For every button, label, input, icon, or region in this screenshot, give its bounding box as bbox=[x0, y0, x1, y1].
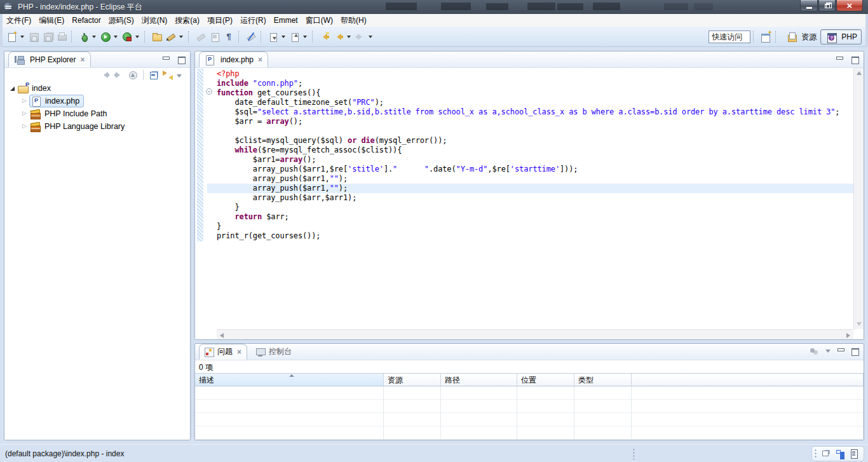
minimize-problems-icon[interactable] bbox=[837, 348, 844, 355]
dropdown-arrow-icon[interactable] bbox=[347, 36, 351, 40]
code-line[interactable]: while($re=mysql_fetch_assoc($clist)){ bbox=[195, 146, 853, 155]
collapsed-arrow-icon[interactable] bbox=[22, 98, 29, 105]
code-editor[interactable]: <?phpinclude "conn.php";function get_cou… bbox=[195, 68, 864, 339]
php-perspective-button[interactable]: PHP bbox=[820, 29, 862, 44]
view-menu-icon[interactable] bbox=[825, 350, 831, 355]
print-icon[interactable] bbox=[57, 32, 67, 42]
code-line[interactable]: include "conn.php"; bbox=[195, 79, 853, 88]
code-line[interactable]: print_r(get_courses()); bbox=[195, 231, 853, 241]
code-line[interactable]: } bbox=[195, 203, 853, 212]
resource-perspective-button[interactable]: 资源 bbox=[781, 29, 820, 44]
menu-item[interactable]: 帮助(H) bbox=[337, 14, 370, 27]
code-line[interactable]: $arr1=array(); bbox=[195, 155, 853, 165]
code-line[interactable]: array_push($arr,$arr1); bbox=[195, 193, 853, 203]
code-line[interactable]: } bbox=[195, 222, 853, 231]
dropdown-arrow-icon[interactable] bbox=[179, 36, 183, 40]
menu-item[interactable]: 运行(R) bbox=[236, 14, 270, 27]
maximize-problems-icon[interactable] bbox=[851, 348, 858, 355]
menu-item[interactable]: 文件(F) bbox=[3, 14, 35, 27]
maximize-view-icon[interactable] bbox=[177, 57, 185, 63]
restore-button[interactable] bbox=[818, 0, 836, 11]
expanded-arrow-icon[interactable] bbox=[10, 85, 17, 92]
fold-collapse-icon[interactable]: − bbox=[206, 88, 212, 95]
trim-grip[interactable] bbox=[815, 449, 817, 459]
run-icon[interactable] bbox=[100, 32, 111, 42]
close-problems-tab-icon[interactable]: × bbox=[237, 349, 241, 355]
toggle-mark-occurrences-icon[interactable] bbox=[246, 32, 256, 42]
column-header[interactable]: 路径 bbox=[441, 374, 517, 386]
statusbar-grip[interactable] bbox=[633, 448, 635, 459]
back-icon[interactable] bbox=[100, 70, 110, 80]
menu-item[interactable]: 源码(S) bbox=[105, 14, 138, 27]
new-wizard-icon[interactable] bbox=[7, 32, 17, 42]
dropdown-arrow-icon[interactable] bbox=[92, 36, 96, 40]
menu-item[interactable]: 搜索(a) bbox=[171, 14, 203, 27]
open-perspective-icon[interactable] bbox=[761, 32, 771, 42]
menu-item[interactable]: Refactor bbox=[68, 14, 104, 27]
code-line[interactable]: array_push($arr1,""); bbox=[195, 174, 853, 184]
dropdown-arrow-icon[interactable] bbox=[281, 36, 285, 40]
menu-item[interactable]: 浏览(N) bbox=[138, 14, 172, 27]
highlight-pen-icon[interactable] bbox=[166, 32, 176, 42]
back-icon[interactable] bbox=[334, 32, 344, 42]
code-line[interactable]: function get_courses(){ bbox=[195, 88, 853, 98]
up-icon[interactable] bbox=[128, 70, 138, 80]
eclipse-logo-icon[interactable] bbox=[4, 3, 13, 11]
minimize-button[interactable] bbox=[800, 0, 818, 11]
dropdown-arrow-icon[interactable] bbox=[369, 36, 372, 40]
dropdown-arrow-icon[interactable] bbox=[303, 36, 307, 40]
column-header[interactable]: 描述 bbox=[195, 374, 384, 386]
forward-icon[interactable] bbox=[355, 32, 365, 42]
close-button[interactable]: × bbox=[836, 0, 863, 11]
code-line[interactable]: array_push($arr1,$re['stitle']." ".date(… bbox=[195, 165, 853, 174]
restore-trim-icon[interactable] bbox=[822, 449, 831, 458]
log-trim-icon[interactable] bbox=[850, 449, 858, 458]
outline-trim-icon[interactable] bbox=[836, 449, 844, 458]
code-line[interactable]: $clist=mysql_query($sql) or die(mysql_er… bbox=[195, 136, 853, 146]
tree-item[interactable]: PHP Include Path bbox=[4, 107, 190, 120]
dropdown-arrow-icon[interactable] bbox=[135, 36, 139, 40]
titlebar[interactable]: PHP - index/index.php - Eclipse 平台 × bbox=[0, 0, 868, 14]
open-type-icon[interactable] bbox=[152, 32, 162, 42]
column-header[interactable]: 位置 bbox=[517, 374, 574, 386]
editor-vertical-scrollbar[interactable] bbox=[853, 68, 864, 329]
filter-icon[interactable] bbox=[809, 347, 819, 356]
debug-icon[interactable] bbox=[79, 32, 89, 42]
minimize-view-icon[interactable] bbox=[162, 57, 170, 63]
collapsed-arrow-icon[interactable] bbox=[22, 111, 29, 118]
php-explorer-tab[interactable]: PHP Explorer × bbox=[8, 51, 91, 67]
tree-item[interactable]: index bbox=[4, 82, 190, 95]
quick-access-input[interactable] bbox=[709, 31, 750, 43]
editor-horizontal-scrollbar[interactable] bbox=[217, 329, 853, 339]
save-icon[interactable] bbox=[29, 32, 39, 42]
collapsed-arrow-icon[interactable] bbox=[22, 123, 29, 130]
close-editor-tab-icon[interactable]: × bbox=[258, 57, 262, 63]
column-header[interactable]: 资源 bbox=[384, 374, 441, 386]
problems-tab[interactable]: 问题 × bbox=[199, 344, 247, 360]
next-annotation-icon[interactable] bbox=[268, 32, 278, 42]
code-line[interactable]: return $arr; bbox=[195, 212, 853, 222]
show-source-icon[interactable] bbox=[210, 32, 220, 42]
link-editor-icon[interactable] bbox=[163, 70, 173, 80]
tree-item[interactable]: index.php bbox=[4, 95, 190, 107]
dropdown-arrow-icon[interactable] bbox=[114, 36, 118, 40]
menu-item[interactable]: Emmet bbox=[270, 14, 302, 27]
show-whitespace-icon[interactable]: ¶ bbox=[224, 32, 234, 42]
tree-item[interactable]: PHP Language Library bbox=[4, 120, 190, 133]
menu-item[interactable]: 窗口(W) bbox=[302, 14, 337, 27]
maximize-editor-icon[interactable] bbox=[851, 57, 858, 63]
format-icon[interactable] bbox=[196, 32, 206, 42]
column-header[interactable]: 类型 bbox=[574, 374, 632, 386]
code-line[interactable]: $arr = array(); bbox=[195, 117, 853, 126]
editor-tab-index-php[interactable]: index.php × bbox=[199, 51, 268, 67]
close-tab-icon[interactable]: × bbox=[80, 57, 85, 63]
save-all-icon[interactable] bbox=[43, 32, 53, 42]
minimize-editor-icon[interactable] bbox=[836, 57, 843, 63]
menu-item[interactable]: 编辑(E) bbox=[35, 14, 68, 27]
menu-item[interactable]: 项目(P) bbox=[203, 14, 236, 27]
forward-icon[interactable] bbox=[114, 70, 124, 80]
code-line[interactable]: $sql="select a.starttime,b.sid,b.stitle … bbox=[195, 107, 853, 117]
last-edit-location-icon[interactable] bbox=[320, 32, 330, 42]
code-line[interactable]: array_push($arr1,""); bbox=[195, 184, 853, 193]
code-line[interactable] bbox=[195, 126, 853, 136]
